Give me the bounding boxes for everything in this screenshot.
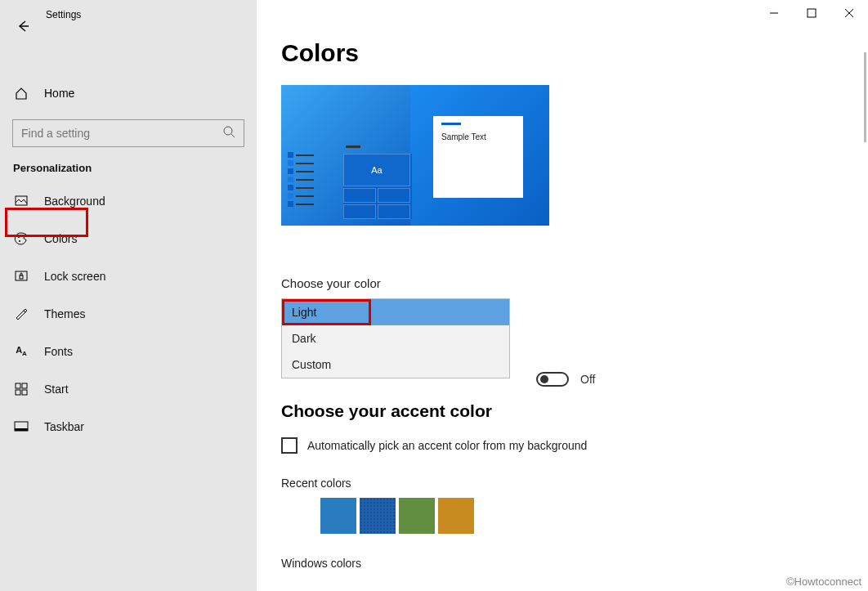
sidebar-item-themes[interactable]: Themes [0,295,257,333]
search-icon [222,125,235,141]
preview-tile-aa: Aa [343,154,410,186]
image-icon [13,194,29,208]
auto-accent-label: Automatically pick an accent color from … [307,439,587,452]
preview-window: Sample Text [433,116,523,198]
lock-screen-icon [13,269,29,284]
scrollbar[interactable] [864,52,866,142]
recent-colors-label: Recent colors [281,477,868,490]
sidebar-item-colors[interactable]: Colors [0,220,257,257]
svg-rect-11 [20,275,23,279]
svg-rect-13 [22,383,27,388]
sidebar-item-label: Taskbar [44,420,84,433]
color-preview: Sample Text Aa [281,85,549,226]
maximize-button[interactable] [793,0,830,26]
sidebar-item-label: Fonts [44,345,73,358]
app-title: Settings [46,9,81,20]
taskbar-icon [13,421,29,432]
sidebar: Settings Home Personalization Background [0,0,257,591]
sidebar-item-label: Lock screen [44,270,105,283]
svg-rect-1 [808,9,816,17]
back-button[interactable] [7,10,39,43]
home-label: Home [44,87,74,100]
transparency-toggle-row: Off [536,372,595,387]
palette-icon [13,231,29,246]
auto-accent-row[interactable]: Automatically pick an accent color from … [281,437,868,454]
main-content: Colors Sample Text Aa Choose [257,0,868,591]
home-icon [13,86,29,101]
sidebar-home[interactable]: Home [0,77,257,110]
windows-colors-label: Windows colors [281,557,868,570]
sidebar-item-start[interactable]: Start [0,370,257,408]
close-button[interactable] [830,0,868,26]
color-mode-option-light[interactable]: Light [282,299,509,325]
sidebar-item-lockscreen[interactable]: Lock screen [0,257,257,295]
svg-rect-17 [15,428,28,431]
sidebar-item-label: Themes [44,307,86,320]
color-mode-dropdown[interactable]: Light Dark Custom [281,298,510,378]
search-input[interactable] [21,127,235,140]
choose-color-label: Choose your color [281,276,868,290]
recent-color-1[interactable] [281,498,317,534]
close-icon [844,8,854,18]
sidebar-item-label: Colors [44,232,77,245]
sidebar-nav: Home Personalization Background Colors L… [0,77,257,445]
svg-point-9 [22,235,24,236]
svg-point-7 [18,236,20,238]
recent-color-5[interactable] [438,498,474,534]
preview-start-list [288,150,319,221]
sidebar-item-fonts[interactable]: AA Fonts [0,333,257,370]
auto-accent-checkbox[interactable] [281,437,298,454]
sidebar-item-taskbar[interactable]: Taskbar [0,408,257,445]
preview-sample-text: Sample Text [441,132,486,141]
svg-rect-15 [22,390,27,395]
sidebar-item-label: Background [44,195,105,208]
fonts-icon: AA [13,345,29,357]
svg-point-4 [224,127,232,135]
start-icon [13,383,29,396]
page-title: Colors [281,39,868,67]
sidebar-category: Personalization [0,162,257,182]
search-box[interactable] [12,119,244,147]
sidebar-item-label: Start [44,383,69,396]
transparency-toggle[interactable] [536,372,569,387]
svg-line-5 [231,134,235,137]
themes-icon [13,307,29,321]
svg-rect-14 [16,390,20,395]
titlebar [755,0,868,26]
svg-rect-12 [16,383,20,388]
recent-color-4[interactable] [399,498,435,534]
color-mode-option-dark[interactable]: Dark [282,325,509,351]
minimize-button[interactable] [755,0,793,26]
minimize-icon [769,8,779,18]
maximize-icon [807,8,817,18]
color-mode-option-custom[interactable]: Custom [282,351,509,378]
preview-start-tiles: Aa [343,154,412,219]
recent-color-swatches [281,498,868,534]
back-arrow-icon [16,19,30,34]
transparency-toggle-value: Off [580,373,595,386]
svg-point-8 [19,240,20,242]
recent-color-2[interactable] [320,498,356,534]
preview-window-accent [441,123,461,125]
settings-window: Settings Home Personalization Background [0,0,868,591]
accent-color-title: Choose your accent color [281,401,868,421]
watermark: ©Howtoconnect [786,575,861,588]
sidebar-item-background[interactable]: Background [0,182,257,220]
recent-color-3[interactable] [360,498,396,534]
